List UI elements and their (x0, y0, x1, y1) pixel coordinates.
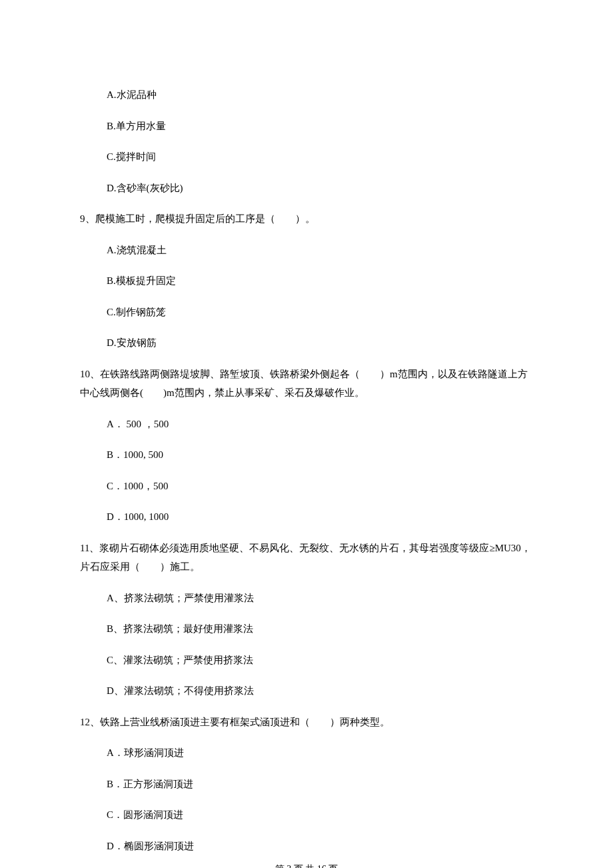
q12-stem: 12、铁路上营业线桥涵顶进主要有框架式涵顶进和（ ）两种类型。 (80, 713, 533, 732)
q10-option-c: C．1000，500 (107, 477, 533, 496)
q9-option-a: A.浇筑混凝土 (107, 241, 533, 260)
q10-option-a: A． 500 ，500 (107, 415, 533, 434)
q12-option-d: D．椭圆形涵洞顶进 (107, 837, 533, 856)
q11-option-a: A、挤浆法砌筑；严禁使用灌浆法 (107, 589, 533, 608)
page-footer: 第 3 页 共 16 页 (0, 863, 613, 868)
q8-option-b: B.单方用水量 (107, 117, 533, 136)
q9-stem: 9、爬模施工时，爬模提升固定后的工序是（ ）。 (80, 209, 533, 229)
q11-option-c: C、灌浆法砌筑；严禁使用挤浆法 (107, 651, 533, 670)
q12-option-b: B．正方形涵洞顶进 (107, 775, 533, 794)
document-page: A.水泥品种 B.单方用水量 C.搅拌时间 D.含砂率(灰砂比) 9、爬模施工时… (0, 0, 613, 868)
q12-option-c: C．圆形涵洞顶进 (107, 805, 533, 825)
q8-option-d: D.含砂率(灰砂比) (107, 179, 533, 198)
q9-option-c: C.制作钢筋笼 (107, 303, 533, 322)
q8-option-c: C.搅拌时间 (107, 147, 533, 167)
q9-option-d: D.安放钢筋 (107, 333, 533, 353)
q11-option-b: B、挤浆法砌筑；最好使用灌浆法 (107, 619, 533, 639)
q12-option-a: A．球形涵洞顶进 (107, 743, 533, 763)
q10-option-d: D．1000, 1000 (107, 507, 533, 527)
q10-option-b: B．1000, 500 (107, 445, 533, 465)
q9-option-b: B.模板提升固定 (107, 271, 533, 291)
q11-stem: 11、浆砌片石砌体必须选用质地坚硬、不易风化、无裂纹、无水锈的片石，其母岩强度等… (80, 539, 533, 577)
q10-stem: 10、在铁路线路两侧路堤坡脚、路堑坡顶、铁路桥梁外侧起各（ ）m范围内，以及在铁… (80, 365, 533, 403)
q8-option-a: A.水泥品种 (107, 85, 533, 105)
q11-option-d: D、灌浆法砌筑；不得使用挤浆法 (107, 681, 533, 701)
